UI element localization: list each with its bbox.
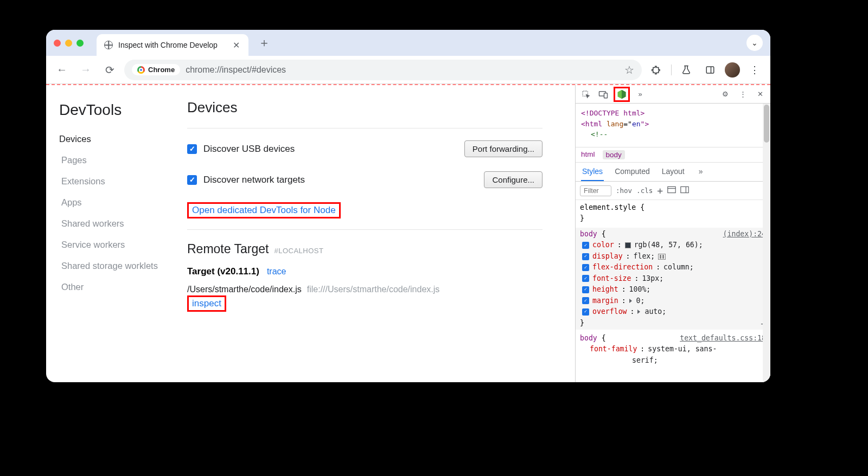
content-row: DevTools Devices Pages Extensions Apps S… — [46, 84, 770, 382]
css-selector: body — [580, 334, 597, 342]
sidebar-item-extensions[interactable]: Extensions — [59, 171, 187, 192]
close-window-icon[interactable] — [54, 40, 61, 47]
inspect-element-icon[interactable] — [579, 87, 593, 101]
color-swatch-icon[interactable] — [625, 242, 631, 248]
highlight-inspect: inspect — [187, 295, 226, 312]
expand-triangle-icon[interactable] — [637, 310, 640, 314]
minimize-window-icon[interactable] — [65, 40, 72, 47]
dom-tree[interactable]: <!DOCTYPE html> <html lang="en"> <!-- — [576, 104, 770, 147]
chrome-menu-icon[interactable]: ⋮ — [745, 61, 764, 79]
expand-triangle-icon[interactable] — [629, 299, 632, 303]
reload-button[interactable]: ⟳ — [100, 61, 119, 79]
cls-toggle[interactable]: .cls — [636, 186, 653, 195]
browser-tab[interactable]: Inspect with Chrome Develop ✕ — [97, 34, 248, 56]
breadcrumb-body[interactable]: body — [603, 150, 625, 159]
side-panel-icon[interactable] — [701, 61, 719, 79]
svg-rect-7 — [681, 186, 688, 192]
toggle-sidebar-icon[interactable] — [680, 186, 689, 195]
settings-gear-icon[interactable]: ⚙ — [718, 87, 732, 101]
css-prop-overflow[interactable]: ✓overflow: auto; — [580, 306, 766, 317]
hov-toggle[interactable]: :hov — [616, 186, 632, 195]
close-devtools-icon[interactable]: ✕ — [753, 87, 767, 101]
devtools-toolbar: » ⚙ ⋮ ✕ — [576, 85, 770, 104]
css-selector: element.style — [580, 203, 636, 211]
css-source-link[interactable]: text_defaults.css:18 — [680, 333, 766, 344]
site-info-pill[interactable]: Chrome — [132, 64, 180, 75]
sidebar-item-service-workers[interactable]: Service workers — [59, 234, 187, 255]
svg-marker-5 — [622, 89, 626, 99]
checkbox-icon[interactable]: ✓ — [582, 242, 589, 249]
extensions-icon[interactable] — [647, 61, 666, 79]
more-tabs-icon[interactable]: » — [698, 163, 704, 181]
checkbox-icon[interactable]: ✓ — [582, 297, 589, 304]
discover-network-checkbox[interactable]: ✓ — [187, 175, 197, 185]
labs-flask-icon[interactable] — [677, 61, 695, 79]
dom-breadcrumb[interactable]: html body — [576, 147, 770, 163]
dom-line: <!DOCTYPE html> — [581, 109, 644, 117]
new-rule-icon[interactable]: + — [657, 185, 663, 196]
computed-styles-icon[interactable] — [667, 186, 676, 195]
sidebar-item-shared-storage-worklets[interactable]: Shared storage worklets — [59, 255, 187, 276]
devtools-menu-icon[interactable]: ⋮ — [736, 87, 750, 101]
profile-avatar[interactable] — [725, 62, 740, 78]
device-toggle-icon[interactable] — [596, 87, 610, 101]
highlight-node-icon — [614, 87, 630, 102]
checkbox-icon[interactable]: ✓ — [582, 253, 589, 260]
configure-button[interactable]: Configure... — [484, 171, 542, 188]
divider — [187, 229, 542, 230]
flex-badge-icon[interactable] — [658, 254, 666, 260]
expand-chevron-icon[interactable]: ⌄ — [746, 35, 763, 51]
bookmark-star-icon[interactable]: ☆ — [624, 63, 634, 76]
css-prop-font-size[interactable]: ✓font-size: 13px; — [580, 273, 766, 284]
css-rules-pane[interactable]: element.style { } (index):24 body { ✓col… — [576, 200, 770, 382]
open-node-devtools-link[interactable]: Open dedicated DevTools for Node — [192, 205, 336, 215]
svg-rect-3 — [604, 93, 608, 98]
back-button[interactable]: ← — [53, 61, 71, 79]
tab-computed[interactable]: Computed — [614, 163, 651, 181]
css-prop-margin[interactable]: ✓margin: 0; — [580, 295, 766, 306]
checkbox-icon[interactable]: ✓ — [582, 308, 589, 316]
target-file-url: file:///Users/stmarthe/code/index.js — [307, 285, 440, 294]
css-source-link[interactable]: (index):24 — [723, 229, 766, 240]
styles-filter-input[interactable] — [580, 185, 611, 196]
css-rule-element-style: element.style { } — [580, 202, 766, 224]
nodejs-icon[interactable] — [616, 89, 627, 100]
sidebar-item-shared-workers[interactable]: Shared workers — [59, 213, 187, 234]
inspect-link[interactable]: inspect — [192, 298, 221, 308]
dom-attr: lang — [607, 120, 623, 128]
discover-usb-checkbox[interactable]: ✓ — [187, 144, 197, 154]
css-prop-flex-direction[interactable]: ✓flex-direction: column; — [580, 262, 766, 273]
chrome-logo-icon — [137, 66, 145, 74]
tab-styles[interactable]: Styles — [581, 163, 604, 181]
remote-target-label: Remote Target — [187, 242, 269, 256]
more-tabs-icon[interactable]: » — [633, 87, 647, 101]
css-selector: body — [580, 230, 597, 238]
dom-eq: =" — [623, 120, 632, 128]
forward-button[interactable]: → — [76, 61, 95, 79]
address-bar[interactable]: Chrome chrome://inspect/#devices ☆ — [124, 60, 642, 80]
close-tab-icon[interactable]: ✕ — [232, 40, 241, 50]
inspect-page: DevTools Devices Pages Extensions Apps S… — [46, 85, 575, 382]
new-tab-button[interactable]: ＋ — [253, 35, 276, 51]
checkbox-icon[interactable]: ✓ — [582, 286, 589, 293]
css-prop-color[interactable]: ✓color: rgb(48, 57, 66); — [580, 240, 766, 250]
checkbox-icon[interactable]: ✓ — [582, 275, 589, 282]
sidebar-item-pages[interactable]: Pages — [59, 150, 187, 171]
tab-title: Inspect with Chrome Develop — [118, 41, 226, 49]
discover-network-label: Discover network targets — [203, 175, 305, 185]
breadcrumb-html[interactable]: html — [581, 150, 595, 159]
css-prop-display[interactable]: ✓display: flex; — [580, 251, 766, 262]
tab-layout[interactable]: Layout — [661, 163, 686, 181]
trace-link[interactable]: trace — [267, 267, 286, 276]
discover-usb-label: Discover USB devices — [203, 144, 295, 155]
sidebar-item-other[interactable]: Other — [59, 276, 187, 298]
divider — [187, 128, 542, 128]
css-prop-height[interactable]: ✓height: 100%; — [580, 284, 766, 295]
css-rule-body: (index):24 body { ✓color: rgb(48, 57, 66… — [576, 228, 770, 330]
fullscreen-window-icon[interactable] — [76, 40, 84, 47]
checkbox-icon[interactable]: ✓ — [582, 264, 589, 271]
sidebar-item-apps[interactable]: Apps — [59, 192, 187, 213]
css-prop-font-family[interactable]: font-family: system-ui, sans- — [580, 344, 766, 355]
port-forwarding-button[interactable]: Port forwarding... — [464, 140, 542, 157]
sidebar-item-devices[interactable]: Devices — [46, 128, 187, 150]
